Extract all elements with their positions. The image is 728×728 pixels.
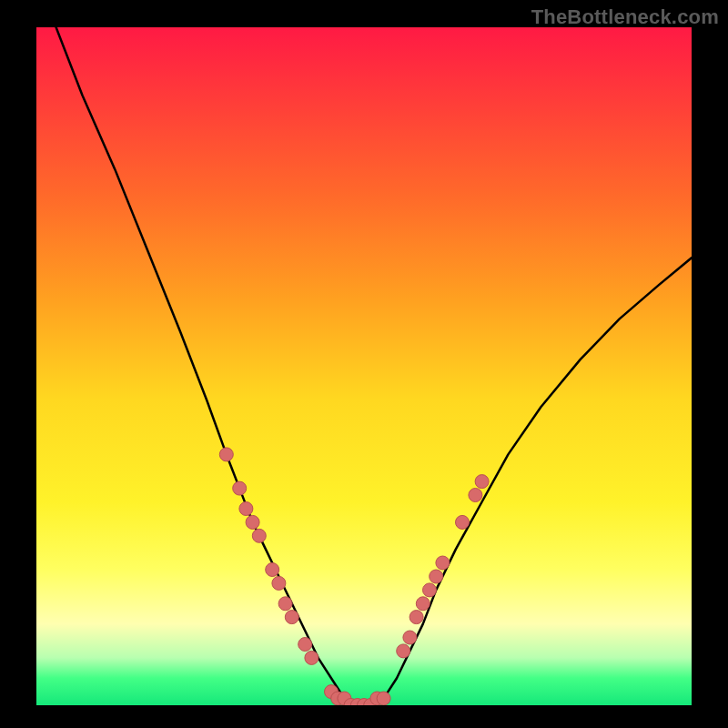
marker-dot (252, 529, 266, 542)
marker-dot (266, 563, 279, 577)
marker-dot (410, 611, 423, 624)
marker-dot (469, 489, 482, 502)
marker-dot (272, 576, 286, 590)
marker-dot (430, 570, 443, 583)
marker-dot (436, 556, 450, 570)
marker-dot (377, 692, 390, 705)
marker-dot (219, 448, 233, 461)
marker-dot (278, 597, 292, 611)
bottleneck-curve (56, 27, 692, 705)
marker-dot (305, 651, 318, 664)
watermark-text: TheBottleneck.com (531, 5, 719, 29)
marker-dot (233, 481, 247, 495)
marker-dot (423, 583, 437, 597)
plot-area (36, 27, 692, 705)
marker-dot (475, 475, 489, 489)
marker-dot (456, 515, 470, 529)
curve-path (56, 27, 692, 705)
marker-dot (298, 638, 312, 652)
marker-dot (397, 644, 410, 658)
marker-dot (416, 597, 430, 611)
marker-dot (285, 611, 298, 624)
marker-dot (246, 515, 259, 529)
marker-dot (403, 631, 417, 644)
marker-dot (239, 502, 253, 516)
marker-points (219, 448, 489, 705)
chart-svg (36, 27, 692, 705)
chart-container: TheBottleneck.com (0, 0, 728, 728)
